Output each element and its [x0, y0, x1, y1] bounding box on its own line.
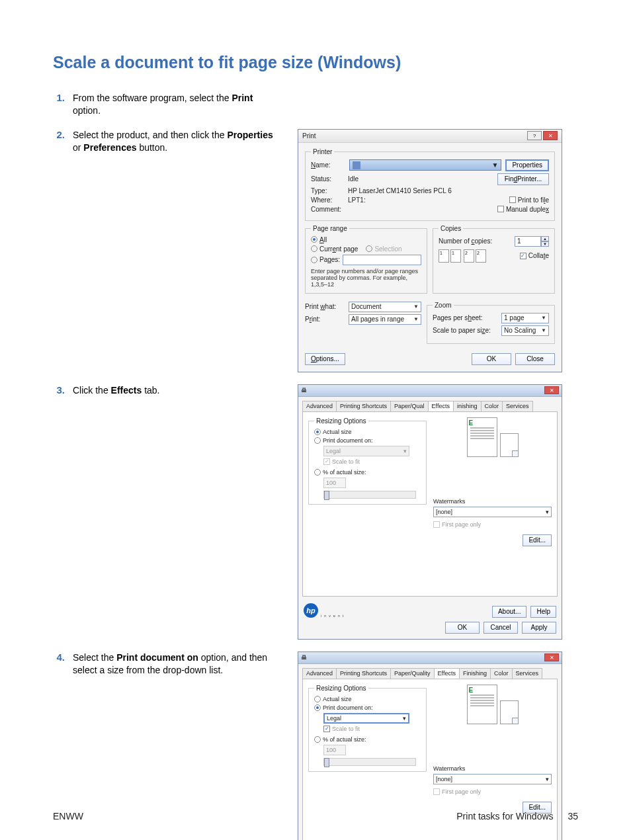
all-radio[interactable]: All	[311, 236, 327, 243]
watermarks-label: Watermarks	[433, 498, 552, 505]
apply-button[interactable]: Apply	[522, 622, 556, 634]
zoom-group: Zoom Pages per sheet: 1 page▼ Scale to p…	[427, 302, 555, 344]
printer-icon	[353, 161, 360, 169]
pct-slider	[323, 491, 416, 499]
step-number: 2.	[53, 129, 73, 140]
tab-advanced[interactable]: Advanced	[302, 668, 337, 679]
hp-logo-icon: hp	[304, 603, 318, 618]
print-document-on-radio[interactable]: Print document on:	[314, 437, 373, 444]
properties-dialog-step3: 🖶 ✕ Advanced Printing Shortcuts Paper/Qu…	[298, 384, 562, 640]
tab-finishing[interactable]: inishing	[453, 401, 482, 411]
close-button[interactable]: Close	[515, 353, 555, 365]
tab-color[interactable]: Color	[490, 668, 513, 679]
paper-size-combo: Legal▾	[323, 446, 409, 456]
print-what-label: Print what:	[305, 303, 346, 310]
first-page-only-checkbox: First page only	[433, 788, 481, 795]
tab-advanced[interactable]: Advanced	[302, 401, 337, 411]
pct-slider	[323, 758, 416, 766]
edit-button[interactable]: Edit...	[523, 534, 552, 546]
paper-size-combo[interactable]: Legal▾	[323, 713, 409, 724]
printer-icon: 🖶	[301, 654, 307, 661]
footer-section: Print tasks for Windows	[456, 811, 553, 821]
status-label: Status:	[311, 175, 345, 183]
manual-duplex-checkbox[interactable]: Manual duplex	[497, 206, 549, 213]
step-text: Select the Print document on option, and…	[73, 651, 278, 677]
tab-services[interactable]: Services	[512, 668, 543, 679]
step-text: From the software program, select the Pr…	[73, 92, 278, 117]
scale-to-paper-label: Scale to paper size:	[433, 327, 499, 334]
hp-invent-text: i n v e n t	[321, 614, 344, 618]
step-text: Click the Effects tab.	[73, 384, 278, 397]
about-button[interactable]: About...	[492, 606, 526, 618]
options-button[interactable]: Options...	[305, 353, 345, 365]
collate-checkbox[interactable]: ✓Collate	[520, 252, 549, 259]
pages-input[interactable]	[343, 255, 421, 265]
comment-label: Comment:	[311, 206, 345, 213]
tab-printing-shortcuts[interactable]: Printing Shortcuts	[336, 668, 391, 679]
step-number: 3.	[53, 384, 73, 396]
tab-paper-quality[interactable]: Paper/Quality	[390, 668, 435, 679]
close-window-button[interactable]: ✕	[543, 131, 558, 140]
cancel-button[interactable]: Cancel	[484, 622, 518, 634]
properties-button[interactable]: Properties	[505, 159, 549, 171]
pages-radio[interactable]: Pages:	[311, 256, 340, 263]
name-label: Name:	[311, 161, 345, 169]
help-window-button[interactable]: ?	[527, 131, 542, 140]
print-what-combo[interactable]: Document▼	[349, 302, 421, 312]
dialog-title: Print	[302, 132, 316, 140]
page-preview: E	[433, 417, 552, 457]
tab-effects[interactable]: Effects	[428, 401, 454, 411]
tab-finishing[interactable]: Finishing	[459, 668, 491, 679]
close-window-button[interactable]: ✕	[544, 653, 559, 661]
pct-actual-radio[interactable]: % of actual size:	[314, 469, 366, 476]
copies-group: Copies Number of copies: 1 ▲▼ 11	[433, 225, 555, 294]
scale-to-fit-checkbox[interactable]: ✓Scale to fit	[323, 726, 360, 732]
printer-icon: 🖶	[301, 387, 307, 394]
actual-size-radio[interactable]: Actual size	[314, 429, 352, 435]
step-number: 4.	[53, 651, 73, 663]
print-which-label: Print:	[305, 315, 346, 323]
printer-name-combo[interactable]: ▼	[349, 159, 501, 171]
pages-per-sheet-label: Pages per sheet:	[433, 314, 499, 321]
dialog-titlebar: Print ? ✕	[298, 130, 562, 143]
dialog-titlebar: 🖶 ✕	[298, 385, 562, 397]
print-to-file-checkbox[interactable]: Print to file	[509, 196, 549, 204]
close-window-button[interactable]: ✕	[544, 386, 559, 394]
tab-paper-quality[interactable]: Paper/Qual	[390, 401, 429, 411]
printer-group: Printer Name: ▼ Properties Status:	[305, 148, 555, 221]
page-title: Scale a document to fit page size (Windo…	[53, 53, 578, 72]
page-number: 35	[568, 811, 578, 821]
current-page-radio[interactable]: Current page	[311, 245, 358, 253]
page-range-group: Page range All Current page Selection Pa…	[305, 225, 427, 294]
resizing-options-group: Resizing Options Actual size Print docum…	[308, 417, 427, 505]
ok-button[interactable]: OK	[445, 622, 480, 634]
watermarks-combo[interactable]: [none]▾	[433, 507, 552, 517]
resizing-options-group: Resizing Options Actual size Print docum…	[308, 685, 427, 772]
pct-input: 100	[323, 745, 346, 755]
ok-button[interactable]: OK	[472, 353, 511, 365]
tab-effects[interactable]: Effects	[434, 668, 460, 679]
pct-input: 100	[323, 478, 346, 488]
find-printer-button[interactable]: Find Printer...	[497, 173, 549, 185]
print-document-on-radio[interactable]: Print document on:	[314, 704, 373, 711]
type-label: Type:	[311, 187, 345, 194]
where-value: LPT1:	[348, 196, 507, 204]
watermarks-combo[interactable]: [none]▾	[433, 774, 552, 784]
tab-strip: Advanced Printing Shortcuts Paper/Qualit…	[298, 664, 562, 679]
num-copies-spinner[interactable]: 1 ▲▼	[515, 236, 549, 247]
footer-left: ENWW	[53, 811, 83, 821]
scale-to-paper-combo[interactable]: No Scaling▼	[501, 325, 549, 336]
print-which-combo[interactable]: All pages in range▼	[349, 314, 421, 325]
status-value: Idle	[348, 175, 495, 183]
page-preview: E	[433, 685, 552, 724]
where-label: Where:	[311, 196, 345, 204]
pages-per-sheet-combo[interactable]: 1 page▼	[501, 313, 549, 323]
tab-services[interactable]: Services	[502, 401, 533, 411]
actual-size-radio[interactable]: Actual size	[314, 696, 352, 702]
tab-color[interactable]: Color	[481, 401, 503, 411]
tab-printing-shortcuts[interactable]: Printing Shortcuts	[336, 401, 391, 411]
first-page-only-checkbox: First page only	[433, 521, 481, 528]
help-button[interactable]: Help	[530, 606, 556, 618]
pct-actual-radio[interactable]: % of actual size:	[314, 736, 366, 743]
watermarks-label: Watermarks	[433, 765, 552, 772]
